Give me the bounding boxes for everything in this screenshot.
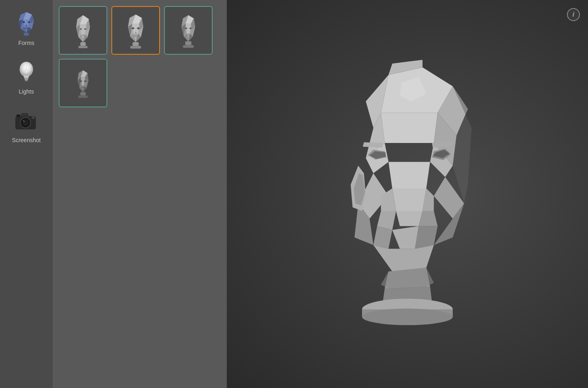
sidebar: Forms (0, 0, 53, 388)
svg-rect-11 (24, 32, 29, 35)
thumbnail-4[interactable] (59, 59, 107, 107)
svg-point-50 (137, 27, 140, 29)
svg-rect-13 (23, 75, 29, 77)
svg-marker-98 (415, 226, 438, 249)
sidebar-item-lights-label: Lights (19, 88, 34, 95)
svg-marker-116 (381, 268, 434, 290)
svg-point-29 (23, 120, 24, 122)
svg-point-12 (19, 62, 33, 77)
head-3d-display (286, 52, 529, 336)
svg-point-49 (132, 27, 134, 29)
sidebar-item-lights[interactable]: Lights (4, 53, 49, 100)
thumbnails-row-2 (59, 59, 221, 107)
svg-rect-41 (79, 46, 88, 48)
svg-point-8 (28, 21, 30, 23)
svg-marker-82 (381, 113, 438, 143)
svg-point-7 (23, 21, 25, 23)
thumbnail-2[interactable] (111, 6, 160, 55)
svg-marker-97 (373, 226, 392, 249)
svg-point-37 (79, 28, 82, 30)
sidebar-item-screenshot[interactable]: Screenshot (4, 101, 49, 148)
camera-icon (12, 106, 40, 134)
lightbulb-icon (12, 58, 40, 86)
thumbnails-panel (53, 0, 227, 388)
svg-point-73 (80, 81, 82, 82)
svg-rect-53 (132, 42, 138, 46)
sidebar-item-screenshot-label: Screenshot (12, 137, 41, 143)
info-button[interactable]: i (567, 8, 580, 21)
sidebar-item-forms[interactable]: Forms (4, 4, 49, 51)
svg-rect-76 (80, 92, 85, 95)
sidebar-item-forms-label: Forms (18, 40, 34, 46)
svg-point-63 (190, 28, 192, 29)
svg-rect-40 (80, 42, 85, 46)
svg-point-38 (84, 28, 87, 30)
svg-marker-90 (392, 188, 426, 211)
svg-rect-14 (24, 77, 28, 78)
svg-rect-28 (16, 114, 20, 117)
svg-point-62 (185, 28, 187, 29)
svg-rect-65 (183, 45, 194, 48)
svg-marker-115 (363, 142, 383, 147)
svg-rect-77 (78, 96, 88, 98)
thumbnail-1[interactable] (59, 6, 107, 55)
svg-rect-54 (130, 46, 141, 49)
svg-marker-93 (396, 211, 422, 226)
svg-point-74 (84, 81, 86, 82)
thumbnails-row-1 (59, 6, 221, 55)
svg-rect-15 (24, 78, 28, 79)
head-icon (12, 9, 40, 37)
viewport: i (227, 0, 588, 388)
svg-point-109 (362, 309, 453, 325)
svg-point-27 (32, 116, 34, 119)
svg-marker-87 (388, 162, 430, 188)
thumbnail-3[interactable] (164, 6, 213, 55)
svg-point-20 (25, 80, 28, 81)
svg-marker-96 (392, 226, 419, 249)
svg-rect-64 (185, 41, 191, 45)
svg-rect-22 (21, 113, 28, 117)
svg-marker-103 (373, 245, 434, 271)
